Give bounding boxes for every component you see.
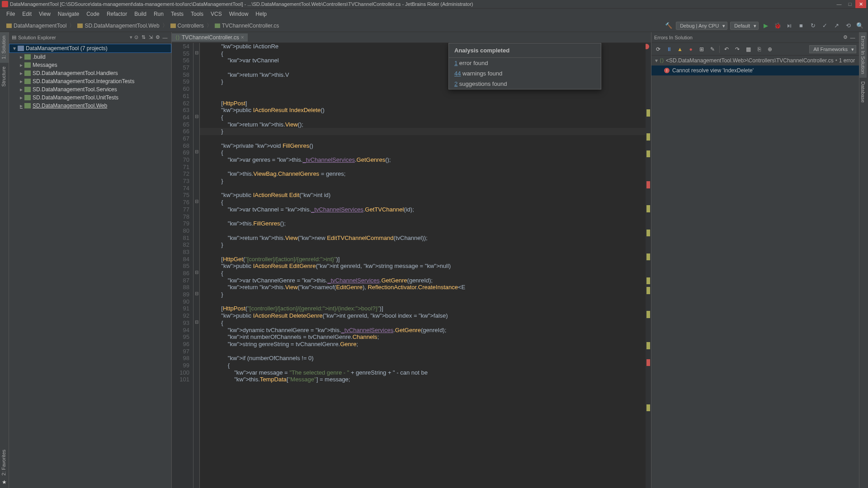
rail-database[interactable]: Database bbox=[859, 78, 867, 106]
line-gutter: 5455565758596061626364656667686970717273… bbox=[172, 43, 193, 488]
window-controls: — □ ✕ bbox=[834, 0, 866, 8]
framework-select[interactable]: All Frameworks bbox=[809, 45, 856, 53]
build-config-select[interactable]: Debug | Any CPU bbox=[676, 22, 727, 30]
menu-window[interactable]: Window bbox=[226, 10, 252, 18]
errors-toolbar: ⟳ ⏸ ▲ ● ⊞ ✎ ↶ ↷ ▦ ⎘ ⊕ All Frameworks bbox=[651, 43, 859, 56]
tree-item[interactable]: ▸Messages bbox=[9, 61, 171, 69]
expand-icon[interactable]: ⊞ bbox=[698, 45, 706, 53]
breadcrumb[interactable]: SD.DataManagementTool.Web bbox=[75, 22, 162, 30]
error-icon: ! bbox=[664, 68, 670, 73]
sort-icon[interactable]: ⇅ bbox=[140, 34, 147, 40]
menu-build[interactable]: Build bbox=[131, 10, 150, 18]
history-icon[interactable]: ⟲ bbox=[844, 21, 853, 30]
commit-icon[interactable]: ✓ bbox=[820, 21, 829, 30]
collapse-icon[interactable]: ⇲ bbox=[147, 34, 154, 40]
analysis-tooltip: Analysis completed 1 error found 44 warn… bbox=[448, 43, 601, 89]
push-icon[interactable]: ↗ bbox=[832, 21, 841, 30]
tab-file[interactable]: ⟨⟩ TVChannelController.cs × bbox=[172, 33, 248, 42]
breadcrumb[interactable]: TVChannelController.cs bbox=[212, 22, 282, 30]
breadcrumb[interactable]: Controllers bbox=[168, 22, 207, 30]
warning-filter-icon[interactable]: ▲ bbox=[676, 45, 684, 53]
attach-icon[interactable]: ⏯ bbox=[785, 21, 794, 30]
toolbar-right: 🔨 Debug | Any CPU Default ▶ 🐞 ⏯ ■ ↻ ✓ ↗ … bbox=[664, 21, 864, 30]
build-icon[interactable]: 🔨 bbox=[664, 21, 673, 30]
fold-gutter: ⊟⊟⊟⊟⊟⊟⊟ bbox=[193, 43, 200, 488]
project-tree: ▾ DataManagementTool (7 projects) ▸.buil… bbox=[9, 43, 171, 111]
menu-file[interactable]: File bbox=[3, 10, 19, 18]
app-icon bbox=[2, 1, 8, 7]
gear-icon[interactable]: ⚙ bbox=[154, 34, 161, 40]
window-title: DataManagementTool [C:\SDSource\data-man… bbox=[10, 1, 834, 7]
left-tool-rail: 1: Solution Structure 2: Favorites ★ bbox=[0, 32, 9, 488]
nav-prev-icon[interactable]: ↶ bbox=[722, 45, 731, 53]
close-button[interactable]: ✕ bbox=[855, 0, 866, 8]
rail-favorites[interactable]: 2: Favorites bbox=[0, 446, 9, 479]
errors-title: Errors In Solution bbox=[654, 35, 842, 40]
group-icon[interactable]: ▦ bbox=[744, 45, 752, 53]
debug-icon[interactable]: 🐞 bbox=[773, 21, 782, 30]
solution-explorer: ▤ Solution Explorer ▾ ⊙ ⇅ ⇲ ⚙ — ▾ DataMa… bbox=[9, 32, 172, 488]
tab-close-icon[interactable]: × bbox=[241, 34, 244, 41]
menu-tests[interactable]: Tests bbox=[167, 10, 187, 18]
error-path[interactable]: ▾ ⟨⟩ <SD.DataManagementTool.Web>\Control… bbox=[651, 56, 859, 66]
menu-run[interactable]: Run bbox=[150, 10, 167, 18]
rail-errors[interactable]: Errors In Solution bbox=[859, 32, 867, 78]
run-icon[interactable]: ▶ bbox=[761, 21, 770, 30]
tree-item[interactable]: ▸SD.DataManagementTool.IntegrationTests bbox=[9, 77, 171, 85]
target-icon[interactable]: ⊙ bbox=[132, 34, 140, 40]
explorer-title: Solution Explorer bbox=[18, 35, 130, 40]
tree-item[interactable]: ▸SD.DataManagementTool.Handlers bbox=[9, 69, 171, 77]
search-icon[interactable]: 🔍 bbox=[855, 21, 864, 30]
export-icon[interactable]: ⎘ bbox=[755, 45, 763, 53]
pause-icon[interactable]: ⏸ bbox=[665, 45, 673, 53]
menu-edit[interactable]: Edit bbox=[19, 10, 35, 18]
breadcrumb[interactable]: DataManagementTool bbox=[4, 22, 69, 30]
menu-navigate[interactable]: Navigate bbox=[54, 10, 83, 18]
editor: ⟨⟩ TVChannelController.cs × Analysis com… bbox=[172, 32, 651, 488]
rail-solution[interactable]: 1: Solution bbox=[0, 32, 9, 63]
scope-icon[interactable]: ⊕ bbox=[766, 45, 774, 53]
tooltip-title: Analysis completed bbox=[449, 43, 601, 58]
code-editor[interactable]: Analysis completed 1 error found 44 warn… bbox=[172, 43, 651, 488]
maximize-button[interactable]: □ bbox=[844, 0, 855, 8]
gear-icon[interactable]: ⚙ bbox=[842, 34, 849, 40]
minimize-button[interactable]: — bbox=[834, 0, 844, 8]
run-target-select[interactable]: Default bbox=[730, 22, 759, 30]
reanalyze-icon[interactable]: ⟳ bbox=[654, 45, 662, 53]
menu-help[interactable]: Help bbox=[252, 10, 270, 18]
nav-bar: DataManagementTool〉SD.DataManagementTool… bbox=[0, 19, 868, 32]
stop-icon[interactable]: ■ bbox=[797, 21, 806, 30]
right-tool-rail: Errors In Solution Database bbox=[859, 32, 868, 488]
update-icon[interactable]: ↻ bbox=[808, 21, 817, 30]
explorer-header: ▤ Solution Explorer ▾ ⊙ ⇅ ⇲ ⚙ — bbox=[9, 32, 171, 43]
error-filter-icon[interactable]: ● bbox=[687, 45, 695, 53]
rail-structure[interactable]: Structure bbox=[0, 63, 9, 90]
tree-root[interactable]: ▾ DataManagementTool (7 projects) bbox=[9, 44, 171, 53]
menu-vcs[interactable]: VCS bbox=[207, 10, 226, 18]
tree-item[interactable]: ▸.build bbox=[9, 53, 171, 61]
title-bar: DataManagementTool [C:\SDSource\data-man… bbox=[0, 0, 868, 9]
editor-tabs: ⟨⟩ TVChannelController.cs × bbox=[172, 32, 651, 43]
menu-view[interactable]: View bbox=[35, 10, 54, 18]
tree-item[interactable]: ▸SD.DataManagementTool.UnitTests bbox=[9, 94, 171, 102]
tab-label: TVChannelController.cs bbox=[182, 34, 239, 41]
hide-icon[interactable]: — bbox=[161, 35, 169, 40]
errors-panel: Errors In Solution ⚙ — ⟳ ⏸ ▲ ● ⊞ ✎ ↶ ↷ ▦… bbox=[651, 32, 859, 488]
menu-refactor[interactable]: Refactor bbox=[103, 10, 131, 18]
nav-next-icon[interactable]: ↷ bbox=[733, 45, 741, 53]
menu-tools[interactable]: Tools bbox=[187, 10, 207, 18]
tree-item[interactable]: ▸SD.DataManagementTool.Services bbox=[9, 85, 171, 94]
errors-header: Errors In Solution ⚙ — bbox=[651, 32, 859, 43]
menu-bar: FileEditViewNavigateCodeRefactorBuildRun… bbox=[0, 9, 868, 19]
hide-icon[interactable]: — bbox=[849, 35, 856, 40]
error-message: Cannot resolve view 'IndexDelete' bbox=[672, 67, 754, 74]
tree-item[interactable]: ▸SD.DataManagementTool.Web bbox=[9, 102, 171, 110]
error-item[interactable]: ! Cannot resolve view 'IndexDelete' bbox=[651, 66, 859, 75]
clean-icon[interactable]: ✎ bbox=[708, 45, 717, 53]
code-area[interactable]: "kw">public IActionRe { "kw">var tvChann… bbox=[200, 43, 646, 488]
marker-bar bbox=[646, 43, 651, 488]
menu-code[interactable]: Code bbox=[83, 10, 103, 18]
root-label: DataManagementTool (7 projects) bbox=[26, 45, 108, 52]
